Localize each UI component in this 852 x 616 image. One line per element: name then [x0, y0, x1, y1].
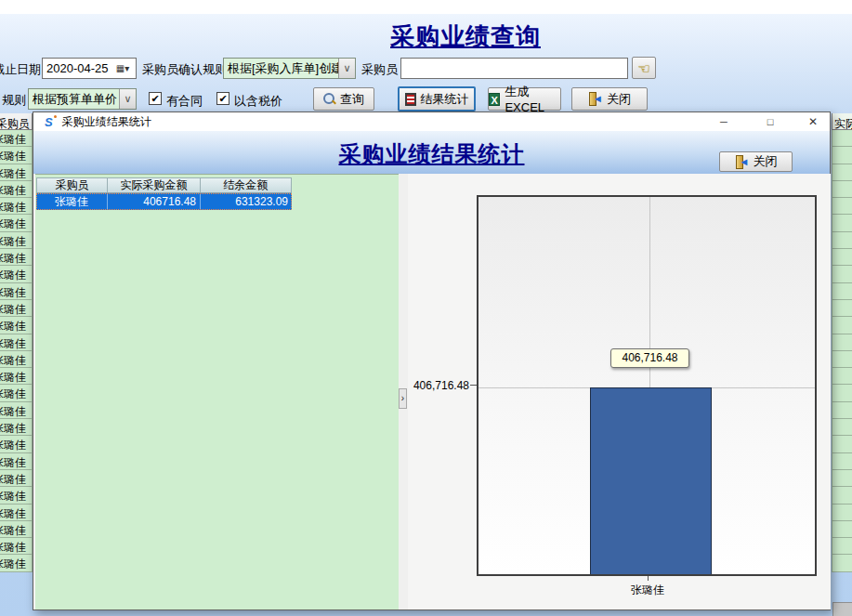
bg-table-row-right[interactable]: [832, 368, 852, 385]
bg-table-row-right[interactable]: [832, 487, 852, 504]
bg-table-row[interactable]: 张璐佳: [0, 283, 33, 300]
contract-checkbox-label[interactable]: 有合同: [166, 93, 203, 110]
col-header-balance-amount[interactable]: 结余金额: [201, 178, 291, 192]
window-corner-fragment: [832, 602, 852, 616]
bg-table-row[interactable]: 张璐佳: [0, 181, 33, 198]
bg-table-row[interactable]: 张璐佳: [0, 351, 33, 368]
bg-table-row-right[interactable]: [832, 555, 852, 571]
bg-table-row[interactable]: 张璐佳: [0, 130, 33, 147]
bg-table-row-right[interactable]: [832, 505, 852, 521]
bg-table-row[interactable]: 张璐佳: [0, 487, 33, 504]
bg-table-row[interactable]: 张璐佳: [0, 300, 33, 317]
bg-table-row-right[interactable]: [832, 521, 852, 538]
chevron-down-icon[interactable]: ∨: [119, 89, 136, 109]
bg-table-row-right[interactable]: [832, 436, 852, 452]
bg-table-row[interactable]: 张璐佳: [0, 164, 33, 181]
bg-table-row-right[interactable]: [832, 266, 852, 282]
bg-table-row[interactable]: 张璐佳: [0, 453, 33, 470]
bg-table-row[interactable]: 张璐佳: [0, 470, 33, 487]
bg-table-row[interactable]: 张璐佳: [0, 368, 33, 385]
contract-checkbox[interactable]: ✔: [149, 92, 162, 105]
bg-table-row[interactable]: 张璐佳: [0, 538, 33, 555]
bg-table-row-right[interactable]: [832, 215, 852, 231]
bg-table-row[interactable]: 张璐佳: [0, 402, 33, 419]
bg-row-buyer-label: 张璐佳: [0, 489, 26, 504]
confirm-rule-select[interactable]: 根据[采购入库单]创建人 ∨: [223, 58, 356, 79]
y-axis-tick-label: 406,716.48: [408, 379, 469, 392]
bg-table-row-right[interactable]: [832, 453, 852, 470]
generate-excel-button-label: 生成EXCEL: [505, 84, 560, 114]
col-header-actual-amount[interactable]: 实际采购金额: [108, 178, 200, 192]
bg-row-buyer-label: 张璐佳: [0, 234, 26, 249]
bg-table-row-right[interactable]: [832, 300, 852, 317]
bg-table-row-right[interactable]: [832, 164, 852, 181]
confirm-rule-label: 采购员确认规则: [142, 61, 227, 78]
splitter-collapse-arrow[interactable]: ›: [399, 388, 407, 409]
bg-table-row-right[interactable]: [832, 198, 852, 215]
bg-table-row[interactable]: 张璐佳: [0, 147, 33, 164]
col-header-buyer[interactable]: 采购员: [37, 178, 108, 192]
tax-checkbox-label[interactable]: 以含税价: [234, 93, 282, 110]
x-axis-category-label: 张璐佳: [601, 583, 694, 598]
query-button[interactable]: 查询: [313, 87, 374, 111]
cell-balance-amount[interactable]: 631323.09: [201, 193, 292, 210]
close-window-button[interactable]: ✕: [799, 112, 827, 131]
price-rule-value: 根据预算单单价: [29, 89, 119, 109]
bg-table-row-right[interactable]: [832, 470, 852, 487]
bg-table-row[interactable]: 张璐佳: [0, 505, 33, 521]
bg-table-row-right[interactable]: [832, 351, 852, 368]
minimize-button[interactable]: ─: [710, 112, 738, 131]
bg-table-row[interactable]: 张璐佳: [0, 266, 33, 282]
bg-table-row-right[interactable]: [832, 385, 852, 401]
bg-table-row-right[interactable]: [832, 130, 852, 147]
bg-table-row[interactable]: 张璐佳: [0, 436, 33, 452]
close-button[interactable]: ◄ 关闭: [571, 87, 648, 111]
calendar-dropdown-icon[interactable]: ▦▾: [110, 59, 136, 78]
query-button-label: 查询: [340, 91, 364, 108]
bg-row-buyer-label: 张璐佳: [0, 523, 26, 538]
bg-table-row[interactable]: 张璐佳: [0, 385, 33, 401]
cell-actual-amount[interactable]: 406716.48: [108, 193, 201, 210]
result-stats-button[interactable]: 结果统计: [398, 86, 476, 111]
bg-table-row-right[interactable]: [832, 419, 852, 436]
table-row-selected[interactable]: 张璐佳 406716.48 631323.09: [36, 193, 292, 210]
buyer-lookup-button[interactable]: ☜: [632, 57, 656, 79]
bg-table-row[interactable]: 张璐佳: [0, 232, 33, 249]
bg-table-row-right[interactable]: [832, 317, 852, 334]
maximize-button[interactable]: □: [756, 112, 784, 131]
bg-table-row-right[interactable]: [832, 402, 852, 419]
bg-table-row-right[interactable]: [832, 181, 852, 198]
dialog-header-band: 采购业绩结果统计: [33, 131, 830, 174]
bg-table-row[interactable]: 张璐佳: [0, 249, 33, 266]
price-rule-select[interactable]: 根据预算单单价 ∨: [28, 88, 137, 110]
bg-table-row-right[interactable]: [832, 249, 852, 266]
bg-table-row-right[interactable]: [832, 334, 852, 351]
bg-table-row[interactable]: 张璐佳: [0, 317, 33, 334]
bg-table-row-right[interactable]: [832, 232, 852, 249]
bg-table-row-right[interactable]: [832, 147, 852, 164]
price-rule-label: 规则: [2, 92, 26, 109]
bg-table-row[interactable]: 张璐佳: [0, 198, 33, 215]
dialog-titlebar[interactable]: S 采购业绩结果统计 ─ □ ✕: [33, 112, 830, 131]
dialog-close-button[interactable]: ◄ 关闭: [719, 151, 793, 172]
bg-table-row-right[interactable]: [832, 538, 852, 555]
panel-splitter[interactable]: ›: [399, 174, 408, 609]
calculator-icon: [405, 93, 416, 106]
generate-excel-button[interactable]: X 生成EXCEL: [488, 87, 561, 111]
page-title: 采购业绩查询: [390, 20, 541, 53]
hand-pointer-icon: ☜: [637, 61, 649, 75]
tax-checkbox[interactable]: ✔: [216, 92, 229, 105]
bg-table-row[interactable]: 张璐佳: [0, 334, 33, 351]
bar-series-zhanglujia[interactable]: [590, 387, 712, 574]
result-panel: 采购员 实际采购金额 结余金额 张璐佳 406716.48 631323.09: [35, 174, 399, 609]
buyer-input[interactable]: [400, 58, 628, 79]
bg-table-row[interactable]: 张璐佳: [0, 419, 33, 436]
chevron-down-icon[interactable]: ∨: [338, 59, 355, 78]
bg-table-row[interactable]: 张璐佳: [0, 215, 33, 231]
bg-table-row-right[interactable]: [832, 283, 852, 300]
bg-table-row[interactable]: 张璐佳: [0, 555, 33, 571]
cell-buyer[interactable]: 张璐佳: [36, 193, 108, 210]
end-date-picker[interactable]: 2020-04-25 ▦▾: [42, 58, 137, 79]
bg-table-row[interactable]: 张璐佳: [0, 521, 33, 538]
bg-row-buyer-label: 张璐佳: [0, 251, 26, 266]
